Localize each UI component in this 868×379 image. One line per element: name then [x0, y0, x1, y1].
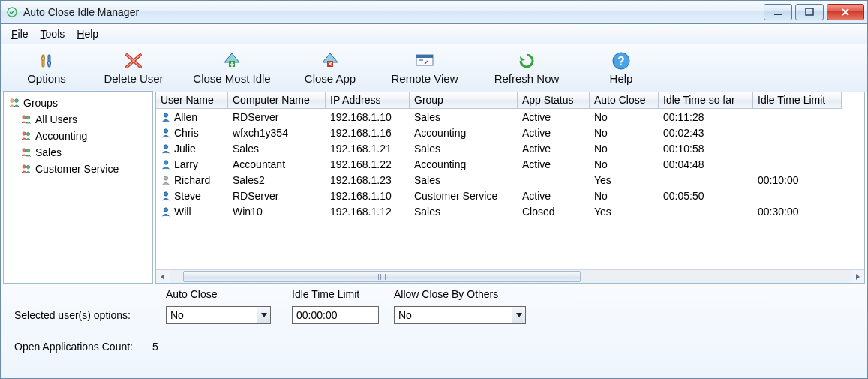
cell: 00:30:00 [753, 206, 842, 218]
window-controls [764, 4, 864, 20]
cell-group: Sales [414, 143, 440, 155]
table-row[interactable]: JulieSales192.168.1.21SalesActiveNo00:10… [156, 140, 864, 156]
tree-root-groups[interactable]: Groups [7, 95, 149, 111]
cell-ip: 192.168.1.10 [330, 190, 392, 202]
cell-computer: RDServer [233, 111, 278, 123]
cell-auto: No [594, 158, 608, 170]
close-app-button[interactable]: Close App [289, 46, 371, 89]
close-most-idle-button[interactable]: Close Most Idle [179, 46, 284, 89]
help-button[interactable]: ? Help [580, 46, 662, 89]
menubar: File Tools Help [0, 24, 868, 44]
table-row[interactable]: AllenRDServer192.168.1.10SalesActiveNo00… [156, 109, 864, 125]
delete-user-button[interactable]: Delete User [92, 46, 175, 89]
scroll-thumb[interactable] [183, 271, 581, 282]
column-header[interactable]: Computer Name [228, 92, 326, 109]
refresh-now-button[interactable]: Refresh Now [478, 46, 575, 89]
cell: Active [518, 190, 590, 202]
svg-text:?: ? [617, 55, 625, 68]
cell: Customer Service [410, 190, 518, 202]
cell-idle: 00:11:28 [663, 111, 704, 123]
column-header[interactable]: Idle Time so far [659, 92, 753, 109]
delete-user-label: Delete User [104, 72, 163, 85]
groups-icon [8, 97, 20, 109]
cell-computer: wfxch1y354 [233, 127, 288, 139]
scroll-track[interactable] [170, 270, 851, 283]
toolbar: Options Delete User Close Most Idle [0, 44, 868, 92]
svg-point-23 [26, 165, 29, 168]
scroll-left-arrow[interactable] [156, 270, 170, 283]
cell-ip: 192.168.1.21 [330, 143, 392, 155]
user-icon [161, 175, 171, 185]
svg-point-16 [23, 116, 26, 119]
cell: Allen [156, 111, 228, 123]
svg-point-20 [23, 149, 26, 152]
svg-point-25 [164, 128, 167, 132]
table-row[interactable]: WillWin10192.168.1.12SalesClosedYes00:30… [156, 203, 864, 219]
allow-close-by-others-label: Allow Close By Others [394, 288, 529, 300]
cell-group: Sales [414, 206, 440, 218]
cell-status: Active [522, 158, 551, 170]
tree-item-label: Sales [35, 146, 62, 158]
tree-item[interactable]: Accounting [7, 128, 149, 144]
cell-status: Closed [522, 206, 555, 218]
cell-group: Accounting [414, 127, 466, 139]
maximize-button[interactable] [795, 4, 824, 20]
cell-ip: 192.168.1.23 [330, 174, 392, 186]
tree-item[interactable]: All Users [7, 111, 149, 128]
cell: 192.168.1.12 [326, 206, 410, 218]
menu-help[interactable]: Help [71, 26, 104, 41]
minimize-button[interactable] [764, 4, 792, 20]
close-button[interactable] [827, 4, 864, 20]
column-header[interactable]: Idle Time Limit [753, 92, 842, 109]
user-icon [161, 128, 171, 138]
idle-time-limit-input[interactable]: 00:00:00 [292, 306, 379, 324]
help-label: Help [610, 72, 633, 85]
column-header[interactable]: Group [410, 92, 518, 109]
remote-view-button[interactable]: Remote View [376, 46, 473, 89]
cell: Active [518, 127, 590, 139]
menu-tools[interactable]: Tools [35, 26, 71, 41]
cell: Steve [156, 190, 228, 202]
cell-ip: 192.168.1.16 [330, 127, 392, 139]
tree-item[interactable]: Customer Service [7, 161, 149, 177]
close-app-label: Close App [305, 72, 356, 85]
cell-group: Sales [414, 111, 440, 123]
svg-rect-1 [774, 14, 782, 15]
cell-auto: Yes [594, 206, 611, 218]
table-row[interactable]: SteveRDServer192.168.1.10Customer Servic… [156, 188, 864, 203]
table-row[interactable]: LarryAccountant192.168.1.22AccountingAct… [156, 156, 864, 172]
menu-file[interactable]: File [5, 26, 35, 41]
auto-close-combo[interactable]: No [166, 306, 271, 324]
column-header[interactable]: IP Address [326, 92, 410, 109]
cell: RDServer [228, 111, 326, 123]
svg-point-30 [164, 207, 167, 211]
cell-group: Customer Service [414, 190, 497, 202]
svg-point-18 [23, 132, 26, 135]
cell: Sales [410, 174, 518, 186]
table-row[interactable]: Chriswfxch1y354192.168.1.16AccountingAct… [156, 125, 864, 140]
cell: RDServer [228, 190, 326, 202]
svg-point-17 [26, 116, 29, 119]
allow-close-by-others-combo[interactable]: No [394, 306, 526, 324]
table-row[interactable]: RichardSales2192.168.1.23SalesYes00:10:0… [156, 172, 864, 188]
tree-item[interactable]: Sales [7, 144, 149, 161]
cell: Accountant [228, 158, 326, 170]
cell: No [590, 158, 659, 170]
app-icon [5, 5, 19, 19]
horizontal-scrollbar[interactable] [156, 269, 864, 283]
tree-item-label: All Users [35, 113, 77, 125]
cell: No [590, 127, 659, 139]
cell: Chris [156, 127, 228, 139]
column-header[interactable]: App Status [518, 92, 590, 109]
options-button[interactable]: Options [5, 46, 88, 89]
column-header[interactable]: Auto Close [590, 92, 659, 109]
window-title: Auto Close Idle Manager [23, 6, 764, 18]
cell-user: Julie [174, 143, 196, 155]
cell-computer: Sales [233, 143, 259, 155]
cell-ip: 192.168.1.22 [330, 158, 392, 170]
column-header[interactable]: User Name [156, 92, 228, 109]
scroll-right-arrow[interactable] [851, 270, 864, 283]
cell-auto: No [594, 143, 608, 155]
cell-user: Steve [174, 190, 201, 202]
cell: 00:02:43 [659, 127, 753, 139]
